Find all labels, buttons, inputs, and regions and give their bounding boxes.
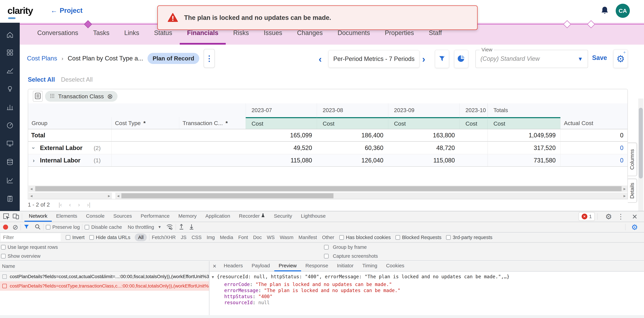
disclosure-triangle-icon[interactable]: ▼ [212,275,214,279]
throttling-select[interactable]: No throttling [128,224,154,230]
capture-screenshots-checkbox[interactable] [324,254,328,258]
cell-external-totals[interactable]: 317,520 [488,142,560,154]
scroll-left-icon[interactable]: ◂ [28,193,34,198]
details-panel-tab[interactable]: Details [628,179,637,203]
detail-tab-headers[interactable]: Headers [219,261,247,271]
notifications-bell-icon[interactable] [600,6,609,16]
network-search-icon[interactable] [34,223,41,231]
preserve-log-checkbox[interactable] [46,225,50,229]
collapse-row-icon[interactable]: › [30,146,37,151]
filter-type-ws[interactable]: WS [267,235,275,240]
columns-panel-tab[interactable]: Columns [628,143,637,176]
breadcrumb-cost-plans[interactable]: Cost Plans [27,55,57,62]
detail-tab-initiator[interactable]: Initiator [332,261,358,271]
cell-total-2023-08[interactable]: 186,400 [317,129,388,141]
previous-page-icon[interactable]: ‹ [66,201,73,208]
tab-conversations[interactable]: Conversations [30,23,86,45]
scroll-left-icon[interactable]: ◂ [28,186,34,191]
filter-type-doc[interactable]: Doc [253,235,262,240]
detail-tab-preview[interactable]: Preview [274,261,301,271]
cell-external-actual-link[interactable]: 0 [560,142,628,154]
cell-external-2023-07[interactable]: 49,520 [246,142,317,154]
cell-external-2023-08[interactable]: 60,360 [317,142,388,154]
view-settings-button[interactable]: ⚙ ✦ [613,49,628,68]
filter-type-js[interactable]: JS [181,235,186,240]
back-to-project-link[interactable]: ← Project [50,7,82,14]
detail-tab-payload[interactable]: Payload [247,261,274,271]
inspect-element-icon[interactable] [2,212,10,221]
scroll-right-icon[interactable]: ▸ [622,193,628,198]
third-party-requests-checkbox[interactable] [446,235,451,240]
gauge-icon[interactable] [6,122,14,129]
scroll-right-icon[interactable]: ▸ [622,186,628,191]
devtools-close-icon[interactable]: × [632,211,637,222]
cell-external-2023-10[interactable] [460,142,488,154]
filter-type-img[interactable]: Img [207,235,215,240]
next-period-set-button[interactable]: › [422,53,425,64]
disable-cache-checkbox[interactable] [85,225,89,229]
col-header-cost-2023-09[interactable]: Cost [388,117,460,129]
show-overview-checkbox[interactable] [1,254,6,258]
main-horizontal-scrollbar[interactable]: ◂ ▸ [28,185,628,192]
bar-chart-icon[interactable] [6,103,14,111]
blocked-requests-checkbox[interactable] [396,235,400,240]
pinned-columns-scrollbar[interactable]: ◂ ▸ [28,193,112,199]
devtools-menu-kebab-icon[interactable]: ⋮ [617,213,624,220]
cell-external-2023-09[interactable]: 48,720 [388,142,460,154]
chip-remove-icon[interactable]: ⊗ [107,92,113,100]
request-row[interactable]: costPlanDetails?fields=cost,cost,actualC… [0,272,209,281]
col-header-transaction-class[interactable]: Transaction C... * [179,117,246,129]
import-har-icon[interactable] [178,223,184,231]
scroll-left-icon[interactable]: ◂ [115,193,121,198]
col-header-cost-2023-07[interactable]: Cost [246,117,317,129]
record-network-log-icon[interactable] [3,225,8,230]
filter-type-wasm[interactable]: Wasm [280,235,293,240]
group-by-chip-transaction-class[interactable]: Transaction Class ⊗ [45,91,118,102]
scrollbar-thumb[interactable] [122,193,334,198]
grid-options-button[interactable] [33,91,43,102]
col-header-cost-type[interactable]: Cost Type * [112,117,179,129]
devtools-tab-security[interactable]: Security [270,211,296,222]
hide-data-urls-checkbox[interactable] [89,235,94,240]
tab-tasks[interactable]: Tasks [86,23,117,45]
col-header-group[interactable]: Group [28,117,112,129]
vertical-scrollbar-thumb[interactable] [639,108,643,178]
dashboard-grid-icon[interactable] [6,49,14,56]
devtools-tab-network[interactable]: Network [24,211,52,222]
invert-checkbox[interactable] [66,235,70,240]
network-settings-gear-icon[interactable]: ⚙ [631,223,638,231]
user-avatar[interactable]: CA [616,4,630,18]
plan-actions-menu-button[interactable]: ⋮ [204,49,215,68]
cell-total-actual[interactable]: 0 [560,129,628,141]
devtools-tab-elements[interactable]: Elements [52,211,82,222]
monitor-icon[interactable] [6,140,14,147]
detail-tab-timing[interactable]: Timing [358,261,382,271]
has-blocked-cookies-checkbox[interactable] [339,235,344,240]
cell-total-2023-10[interactable] [460,129,488,141]
period-metrics-selector[interactable]: Per-Period Metrics - 7 Periods [328,50,420,68]
clear-network-log-icon[interactable]: ⊘ [12,223,18,231]
filter-type-css[interactable]: CSS [192,235,202,240]
filter-type-all[interactable]: All [135,233,147,241]
devtools-tab-recorder[interactable]: Recorder [234,211,270,222]
chart-view-button[interactable] [454,50,468,68]
cell-internal-2023-07[interactable]: 115,080 [246,154,317,166]
network-filter-funnel-icon[interactable] [23,223,30,231]
cell-internal-actual-link[interactable]: 0 [560,154,628,166]
export-har-icon[interactable] [188,223,195,231]
request-row-error-selected[interactable]: costPlanDetails?fields=costType,transact… [0,281,209,291]
console-error-badge[interactable]: × 1 [578,212,595,221]
col-header-cost-2023-08[interactable]: Cost [317,117,388,129]
cell-total-2023-09[interactable]: 163,800 [388,129,460,141]
group-by-frame-checkbox[interactable] [324,245,328,250]
devtools-tab-lighthouse[interactable]: Lighthouse [296,211,330,222]
home-icon[interactable] [6,31,14,39]
previous-period-set-button[interactable]: ‹ [319,53,322,64]
cell-internal-2023-09[interactable]: 115,080 [388,154,460,166]
select-all-link[interactable]: Select All [28,76,55,83]
network-conditions-icon[interactable] [166,223,173,231]
cell-total-totals[interactable]: 1,049,599 [488,129,560,141]
device-toolbar-icon[interactable] [12,212,20,221]
expand-row-icon[interactable]: › [31,157,36,164]
detail-tab-cookies[interactable]: Cookies [382,261,409,271]
